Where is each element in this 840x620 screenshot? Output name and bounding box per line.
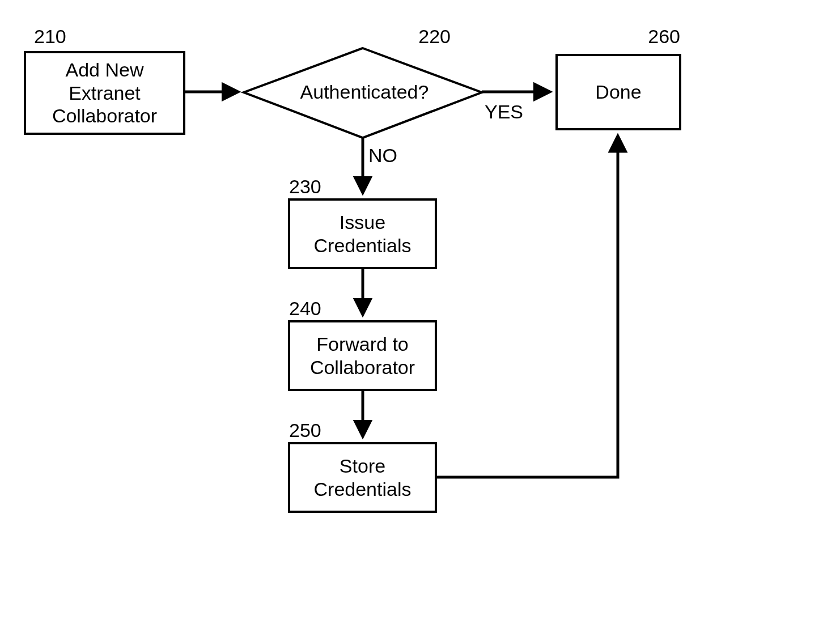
node-210-box: Add New Extranet Collaborator — [24, 51, 185, 135]
node-210-number: 210 — [34, 26, 66, 48]
edge-no-label: NO — [368, 145, 397, 167]
node-220-label: Authenticated? — [271, 81, 458, 103]
node-240-number: 240 — [289, 298, 321, 320]
node-250-label: Store Credentials — [314, 455, 411, 501]
node-250-box: Store Credentials — [288, 442, 437, 513]
node-260-label: Done — [595, 80, 641, 104]
node-240-box: Forward to Collaborator — [288, 320, 437, 391]
node-230-label: Issue Credentials — [314, 211, 411, 257]
edge-yes-label: YES — [485, 101, 523, 123]
node-220-number: 220 — [411, 26, 451, 48]
node-230-box: Issue Credentials — [288, 198, 437, 269]
node-240-label: Forward to Collaborator — [310, 333, 415, 379]
node-210-label: Add New Extranet Collaborator — [52, 58, 157, 128]
node-260-number: 260 — [640, 26, 680, 48]
node-250-number: 250 — [289, 419, 321, 441]
node-260-box: Done — [555, 54, 681, 130]
node-230-number: 230 — [289, 176, 321, 198]
flowchart: 210 Add New Extranet Collaborator 220 Au… — [0, 0, 840, 620]
